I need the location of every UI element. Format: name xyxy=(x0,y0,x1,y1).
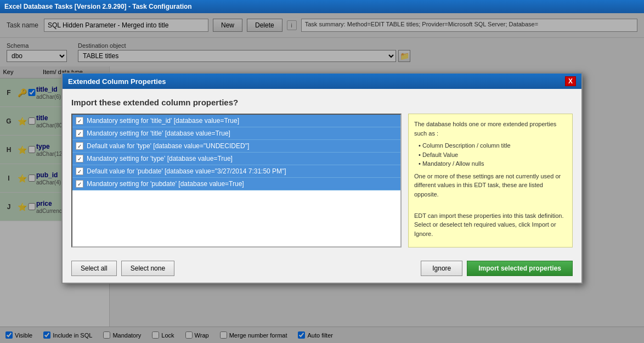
info-list-item-3: Mandatory / Allow nulls xyxy=(419,159,567,168)
property-item-1[interactable]: ✓ Mandatory setting for 'title_id' [data… xyxy=(72,115,400,127)
modal-dialog: Extended Column Properties X Import thes… xyxy=(61,72,583,284)
import-button[interactable]: Import selected properties xyxy=(467,261,573,276)
property-item-4[interactable]: ✓ Mandatory setting for 'type' [database… xyxy=(72,153,400,165)
prop-text-6: Mandatory setting for 'pubdate' [databas… xyxy=(87,180,244,188)
prop-text-4: Mandatory setting for 'type' [database v… xyxy=(87,155,233,162)
modal-question: Import these extended column properties? xyxy=(71,98,573,107)
select-all-button[interactable]: Select all xyxy=(71,261,117,276)
modal-title-bar: Extended Column Properties X xyxy=(63,74,581,89)
property-item-6[interactable]: ✓ Mandatory setting for 'pubdate' [datab… xyxy=(72,178,400,190)
prop-checkbox-4[interactable]: ✓ xyxy=(76,155,83,162)
select-none-button[interactable]: Select none xyxy=(121,261,174,276)
properties-list[interactable]: ✓ Mandatory setting for 'title_id' [data… xyxy=(71,114,402,248)
modal-title: Extended Column Properties xyxy=(68,77,166,86)
prop-checkbox-5[interactable]: ✓ xyxy=(76,167,83,175)
modal-body: Import these extended column properties?… xyxy=(63,89,581,256)
title-bar-text: Excel Database Tasks [Version 2.9.290] -… xyxy=(4,3,192,10)
info-panel: The database holds one or more extended … xyxy=(408,114,573,248)
prop-checkbox-2[interactable]: ✓ xyxy=(76,130,83,137)
prop-checkbox-3[interactable]: ✓ xyxy=(76,142,83,150)
prop-checkbox-1[interactable]: ✓ xyxy=(76,117,83,125)
prop-text-2: Mandatory setting for 'title' [database … xyxy=(87,130,230,137)
modal-close-button[interactable]: X xyxy=(565,76,576,86)
modal-content-row: ✓ Mandatory setting for 'title_id' [data… xyxy=(71,114,573,248)
info-text-3: EDT can import these properties into thi… xyxy=(414,211,567,239)
app-window: Task name New Delete i Task summary: Met… xyxy=(0,13,644,343)
property-item-3[interactable]: ✓ Default value for 'type' [database val… xyxy=(72,140,400,153)
info-list: Column Description / column title Defaul… xyxy=(419,141,567,168)
info-text-2: One or more of these settings are not cu… xyxy=(414,172,567,199)
title-bar: Excel Database Tasks [Version 2.9.290] -… xyxy=(0,0,644,13)
modal-overlay: Extended Column Properties X Import thes… xyxy=(0,13,644,343)
prop-text-3: Default value for 'type' [database value… xyxy=(87,142,249,150)
info-text-1: The database holds one or more extended … xyxy=(414,120,567,138)
ignore-button[interactable]: Ignore xyxy=(421,261,462,276)
info-list-item-2: Default Value xyxy=(419,150,567,160)
modal-footer: Select all Select none Ignore Import sel… xyxy=(63,256,581,283)
footer-right: Ignore Import selected properties xyxy=(421,261,573,276)
prop-text-1: Mandatory setting for 'title_id' [databa… xyxy=(87,117,239,125)
info-list-item-1: Column Description / column title xyxy=(419,141,567,150)
prop-checkbox-6[interactable]: ✓ xyxy=(76,180,83,188)
prop-text-5: Default value for 'pubdate' [database va… xyxy=(87,167,286,175)
footer-left: Select all Select none xyxy=(71,261,174,276)
property-item-2[interactable]: ✓ Mandatory setting for 'title' [databas… xyxy=(72,127,400,140)
property-item-5[interactable]: ✓ Default value for 'pubdate' [database … xyxy=(72,165,400,178)
